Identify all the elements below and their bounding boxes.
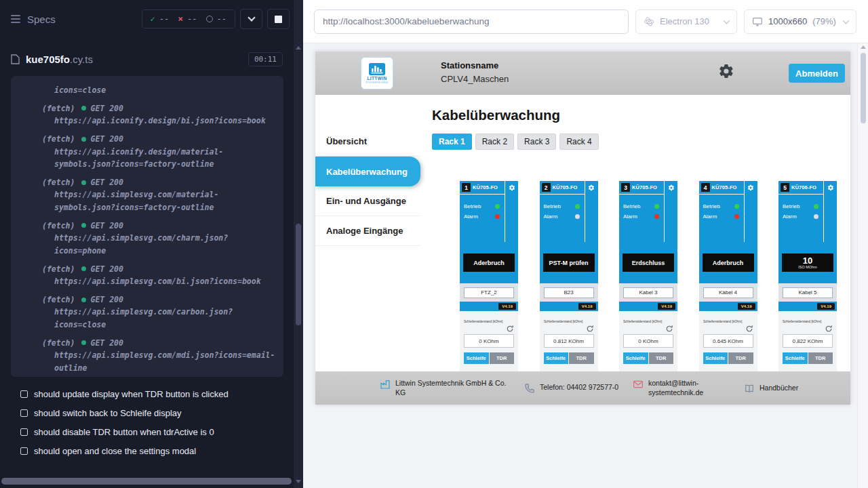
measurement-label: Schleifenwiderstand [kOhm] — [464, 319, 510, 323]
nav-item-3[interactable]: Ein- und Ausgänge — [315, 186, 420, 216]
fetch-label: (fetch) — [42, 337, 75, 350]
success-dot — [81, 180, 86, 185]
tdr-button[interactable]: TDR — [569, 352, 594, 364]
measurement-label: Schleifenwiderstand [kOhm] — [703, 319, 749, 323]
scroll-down-arrow[interactable] — [296, 480, 301, 483]
test-item[interactable]: should update display when TDR button is… — [0, 384, 294, 403]
log-entry[interactable]: icons=close — [23, 84, 277, 97]
card-settings-gear-icon[interactable] — [588, 184, 595, 191]
factory-icon — [380, 379, 391, 390]
tdr-button[interactable]: TDR — [649, 352, 674, 364]
footer-item[interactable]: kontakt@littwin-systemtechnik.de — [633, 379, 713, 397]
check-icon: ✓ — [151, 14, 155, 24]
test-item[interactable]: should disable TDR button when tdrActive… — [0, 422, 294, 441]
footer-item: Telefon: 04402 972577-0 — [524, 383, 620, 394]
scroll-up-arrow[interactable] — [861, 45, 866, 49]
log-entry[interactable]: (fetch) GET 200 https://api.simplesvg.co… — [23, 337, 277, 375]
viewport-select[interactable]: 1000x660 (79%) — [744, 9, 856, 34]
betrieb-indicator: Betrieb — [623, 203, 659, 209]
schleife-button[interactable]: Schleife — [783, 352, 808, 364]
nav-item-1[interactable]: Übersicht — [315, 127, 420, 157]
card-settings-gear-icon[interactable] — [747, 184, 754, 191]
cable-name-field[interactable]: B23 — [544, 287, 594, 298]
browser-select[interactable]: Electron 130 — [635, 9, 737, 34]
card-number-badge: 5 — [781, 183, 789, 192]
cable-name-strip: FTZ_2 — [460, 283, 518, 302]
card-number-badge: 2 — [542, 183, 551, 192]
card-settings-gear-icon[interactable] — [827, 184, 834, 191]
reporter-header: Specs ✓-- ×-- -- — [0, 0, 294, 38]
schleife-button[interactable]: Schleife — [544, 352, 569, 364]
horizontal-scrollbar[interactable] — [1, 478, 292, 485]
littwin-logo: LITTWIN SYSTEMTECHNIK — [361, 57, 393, 89]
log-entry[interactable]: (fetch) GET 200 https://api.iconify.desi… — [23, 102, 277, 127]
rack-tab-3[interactable]: Rack 3 — [517, 134, 556, 150]
footer-item: Littwin Systemtechnik GmbH & Co. KG — [380, 379, 512, 397]
rack-tab-4[interactable]: Rack 4 — [559, 134, 598, 150]
tdr-button[interactable]: TDR — [808, 352, 833, 364]
scrollbar-thumb[interactable] — [296, 224, 301, 325]
refresh-icon[interactable] — [745, 325, 753, 333]
log-entry[interactable]: (fetch) GET 200 https://api.simplesvg.co… — [23, 293, 277, 331]
clock-icon — [206, 16, 213, 22]
scroll-up-arrow[interactable] — [296, 46, 301, 49]
cable-name-field[interactable]: FTZ_2 — [464, 287, 514, 298]
rack-tab-2[interactable]: Rack 2 — [475, 134, 514, 150]
card-settings-gear-icon[interactable] — [668, 184, 675, 191]
response-status: GET 200 — [81, 176, 123, 189]
spec-header[interactable]: kue705fo.cy.ts 00:11 — [0, 47, 294, 70]
refresh-icon[interactable] — [825, 325, 833, 333]
firmware-version-badge: V4.19 — [498, 303, 516, 310]
stop-button[interactable] — [267, 9, 290, 29]
tdr-button[interactable]: TDR — [490, 352, 515, 364]
cable-name-field[interactable]: Kabel 4 — [703, 287, 753, 298]
device-model-label: KÜ705-FO — [712, 184, 737, 190]
card-settings-gear-icon[interactable] — [509, 184, 515, 191]
betrieb-indicator: Betrieb — [703, 203, 739, 209]
cable-name-field[interactable]: Kabel 5 — [783, 287, 833, 298]
device-model-label: KÜ705-FO — [553, 184, 578, 190]
alarm-indicator: Alarm — [623, 214, 659, 220]
betrieb-indicator: Betrieb — [544, 203, 580, 209]
measurement-label: Schleifenwiderstand [kOhm] — [623, 319, 669, 323]
log-entry[interactable]: (fetch) GET 200 https://api.simplesvg.co… — [23, 263, 277, 288]
phone-icon — [524, 383, 535, 394]
refresh-icon[interactable] — [665, 325, 673, 333]
device-card-2: 2 KÜ705-FO Betrieb Alarm — [540, 181, 598, 384]
schleife-button[interactable]: Schleife — [703, 352, 728, 364]
rack-tab-1[interactable]: Rack 1 — [432, 134, 472, 150]
refresh-icon[interactable] — [506, 325, 514, 333]
settings-gear-icon[interactable] — [718, 63, 734, 79]
response-status: GET 200 — [81, 133, 123, 146]
log-entry[interactable]: (fetch) GET 200 https://api.simplesvg.co… — [23, 176, 277, 214]
schleife-button[interactable]: Schleife — [623, 352, 648, 364]
request-url: https://api.simplesvg.com/carbon.json?ic… — [23, 306, 277, 331]
device-cards: 1 KÜ705-FO Betrieb Alarm — [460, 181, 850, 384]
firmware-version-badge: V4.19 — [817, 303, 835, 310]
test-item[interactable]: should switch back to Schleife display — [0, 403, 294, 422]
log-entry[interactable]: (fetch) GET 200 https://api.iconify.desi… — [23, 133, 277, 171]
url-bar[interactable]: http://localhost:3000/kabelueberwachung — [314, 9, 629, 34]
book-icon — [744, 383, 755, 394]
betrieb-led — [575, 204, 580, 209]
specs-menu[interactable]: Specs — [11, 14, 56, 25]
cable-name-field[interactable]: Kabel 3 — [623, 287, 673, 298]
tdr-button[interactable]: TDR — [728, 352, 753, 364]
log-entry[interactable]: (fetch) GET 200 https://api.simplesvg.co… — [23, 220, 277, 258]
cypress-reporter: Specs ✓-- ×-- -- kue705fo.cy.ts 00:11 ic… — [0, 0, 294, 488]
collapse-button[interactable] — [240, 9, 262, 29]
reporter-scrollbar[interactable] — [294, 0, 303, 488]
schleife-button[interactable]: Schleife — [464, 352, 489, 364]
test-item[interactable]: should open and close the settings modal — [0, 441, 294, 460]
page-scrollbar[interactable] — [857, 43, 868, 488]
measurement-label: Schleifenwiderstand [kOhm] — [544, 319, 590, 323]
scrollbar-thumb[interactable] — [861, 53, 866, 123]
logout-button[interactable]: Abmelden — [789, 64, 845, 83]
cable-name-strip: Kabel 5 — [778, 283, 837, 302]
app-footer: Littwin Systemtechnik GmbH & Co. KG Tele… — [315, 371, 850, 405]
nav-item-2[interactable]: Kabelüberwachung — [315, 157, 420, 186]
footer-item[interactable]: Handbücher — [744, 383, 798, 394]
nav-item-4[interactable]: Analoge Eingänge — [315, 216, 420, 246]
refresh-icon[interactable] — [586, 325, 594, 333]
card-number-badge: 3 — [621, 183, 630, 192]
